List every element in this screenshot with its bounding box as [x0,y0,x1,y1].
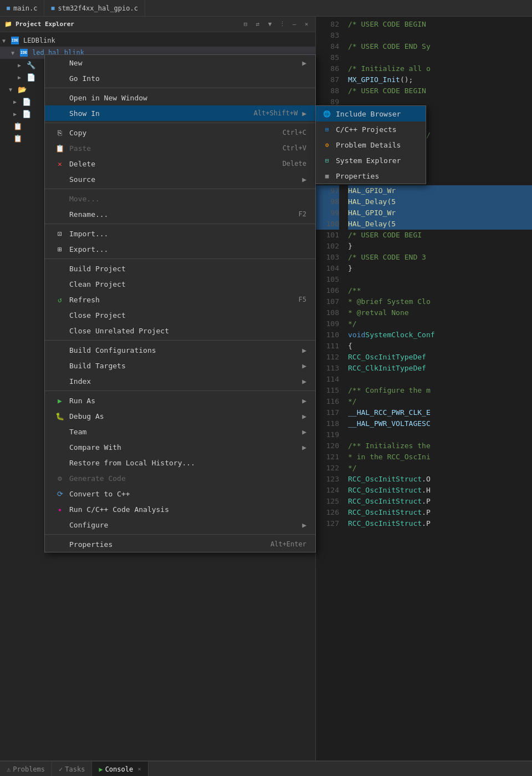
folder-icon: 📁 [4,21,12,28]
paste-icon: 📋 [54,142,66,154]
menu-label-run-analysis: Run C/C++ Code Analysis [69,505,306,514]
menu-item-rename[interactable]: Rename... F2 [45,206,315,222]
menu-label-close-unrelated: Close Unrelated Project [69,327,306,335]
menu-item-open-new-window[interactable]: Open in New Window [45,90,315,105]
new-arrow: ▶ [302,59,306,67]
convert-cpp-icon: ⟳ [54,488,66,500]
menu-item-import[interactable]: ⊡ Import... [45,226,315,241]
index-arrow: ▶ [302,377,306,386]
tasks-icon: ✓ [59,765,63,773]
code-line-114 [348,374,532,385]
menu-item-build-project[interactable]: Build Project [45,261,315,276]
tree-icon-6: 📄 [22,98,31,106]
tab-hal-gpio[interactable]: ■ stm32f4xx_hal_gpio.c [44,0,145,16]
tab-label-hal-gpio: stm32f4xx_hal_gpio.c [58,4,138,12]
menu-item-convert-cpp[interactable]: ⟳ Convert to C++ [45,486,315,501]
submenu-problem-details[interactable]: ⚙ Problem Details [316,137,426,153]
debug-as-arrow: ▶ [302,412,306,420]
build-config-arrow: ▶ [302,346,306,354]
show-in-icon [54,107,66,119]
menu-item-export[interactable]: ⊞ Export... [45,241,315,257]
link-icon[interactable]: ⇄ [253,20,262,29]
menu-item-new[interactable]: New ▶ [45,55,315,70]
properties-icon: ■ [323,171,331,180]
menu-label-build-targets: Build Targets [69,362,298,370]
code-line-117: __HAL_RCC_PWR_CLK_E [348,407,532,418]
menu-icon[interactable]: ⋮ [278,20,287,29]
submenu-show-in: 🌐 Include Browser ⊞ C/C++ Projects ⚙ Pro… [315,105,426,184]
menu-item-close-unrelated[interactable]: Close Unrelated Project [45,323,315,338]
team-arrow: ▶ [302,428,306,436]
menu-item-run-analysis[interactable]: ✦ Run C/C++ Code Analysis [45,501,315,517]
cpp-projects-icon: ⊞ [323,125,331,134]
menu-label-move: Move... [69,195,306,203]
tree-icon-4: 📄 [27,73,35,82]
collapse-icon[interactable]: ⊟ [241,20,250,29]
team-icon [54,425,66,438]
refresh-shortcut: F5 [299,296,306,303]
submenu-cpp-projects[interactable]: ⊞ C/C++ Projects [316,121,426,137]
analysis-icon: ✦ [54,503,66,515]
close-panel-icon[interactable]: × [302,20,311,29]
menu-item-clean-project[interactable]: Clean Project [45,276,315,292]
bottom-tab-console[interactable]: ▶ Console × [92,762,148,776]
menu-item-close-project[interactable]: Close Project [45,307,315,323]
code-line-127: RCC_OscInitStruct.P [348,518,532,529]
menu-item-show-in[interactable]: Show In Alt+Shift+W ▶ 🌐 Include Browser … [45,105,315,121]
file-icon-2: ■ [51,5,54,11]
ide-icon-led: IDE [20,49,28,57]
bottom-tab-problems[interactable]: ⚠ Problems [0,762,52,776]
menu-item-compare-with[interactable]: Compare With ▶ [45,439,315,455]
minimize-icon[interactable]: — [290,20,299,29]
menu-item-paste: 📋 Paste Ctrl+V [45,140,315,156]
filter-icon[interactable]: ▼ [265,20,274,29]
menu-item-index[interactable]: Index ▶ [45,373,315,389]
tab-main-c[interactable]: ■ main.c [0,0,44,16]
tree-arrow-ledblink: ▼ [2,38,9,44]
configure-arrow: ▶ [302,521,306,529]
submenu-label-cpp-projects: C/C++ Projects [336,125,397,134]
build-targets-arrow: ▶ [302,362,306,370]
code-line-87: MX_GPIO_Init(); [348,74,532,85]
menu-item-restore-history[interactable]: Restore from Local History... [45,455,315,470]
menu-item-go-into[interactable]: Go Into [45,70,315,86]
menu-item-delete[interactable]: ✕ Delete Delete [45,156,315,171]
code-line-119 [348,429,532,440]
menu-label-copy: Copy [69,129,272,137]
menu-item-run-as[interactable]: ▶ Run As ▶ [45,393,315,408]
tree-item-ledblink[interactable]: ▼ IDE LEDBlink [0,34,315,47]
submenu-properties[interactable]: ■ Properties [316,168,426,184]
code-line-109: */ [348,318,532,329]
menu-item-debug-as[interactable]: 🐛 Debug As ▶ [45,408,315,424]
menu-item-build-configurations[interactable]: Build Configurations ▶ [45,342,315,358]
code-line-97: HAL_GPIO_Wr [348,185,532,196]
close-project-icon [54,309,66,321]
source-arrow: ▶ [302,175,306,184]
menu-item-copy[interactable]: ⎘ Copy Ctrl+C [45,125,315,140]
menu-item-configure[interactable]: Configure ▶ [45,517,315,532]
menu-label-convert-cpp: Convert to C++ [69,490,306,498]
menu-item-source[interactable]: Source ▶ [45,171,315,187]
context-menu: New ▶ Go Into Open in New Window Show In… [44,54,316,552]
code-line-124: RCC_OscInitStruct.H [348,485,532,496]
menu-item-build-targets[interactable]: Build Targets ▶ [45,358,315,373]
tab-label-main-c: main.c [13,4,37,12]
code-line-125: RCC_OscInitStruct.P [348,496,532,507]
code-line-106: /** [348,285,532,296]
tree-icon-9: 📋 [13,134,22,143]
panel-icons: ⊟ ⇄ ▼ ⋮ — × [241,20,311,29]
menu-item-properties[interactable]: Properties Alt+Enter [45,536,315,552]
console-close-icon[interactable]: × [137,765,141,773]
menu-label-open-new-window: Open in New Window [69,94,306,102]
separator-3 [45,189,315,189]
menu-item-team[interactable]: Team ▶ [45,424,315,439]
menu-item-refresh[interactable]: ↺ Refresh F5 [45,292,315,307]
bottom-tabs: ⚠ Problems ✓ Tasks ▶ Console × [0,762,532,776]
problem-details-icon: ⚙ [323,140,331,149]
submenu-include-browser[interactable]: 🌐 Include Browser [316,106,426,121]
code-line-84: /* USER CODE END Sy [348,41,532,52]
separator-1 [45,88,315,88]
bottom-tab-tasks[interactable]: ✓ Tasks [52,762,92,776]
submenu-system-explorer[interactable]: ⊟ System Explorer [316,153,426,168]
properties-shortcut: Alt+Enter [270,540,306,548]
